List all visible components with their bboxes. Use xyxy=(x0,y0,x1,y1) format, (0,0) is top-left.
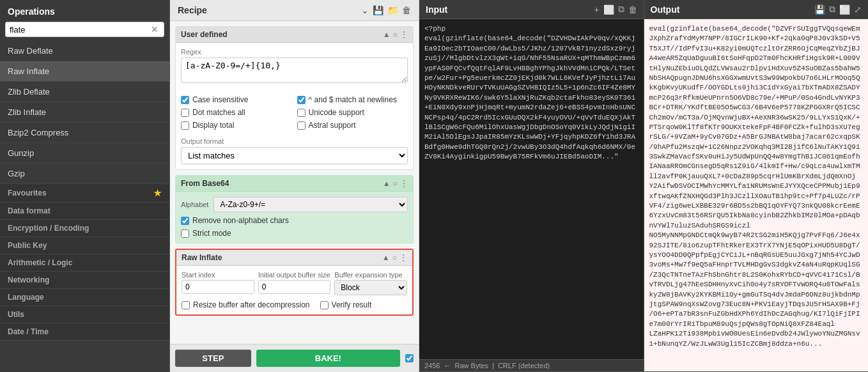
section-arithmetic-logic[interactable]: Arithmetic / Logic xyxy=(0,254,169,272)
operations-panel: Operations ✕ Raw Deflate Raw Inflate Zli… xyxy=(0,0,170,372)
display-total-checkbox[interactable] xyxy=(181,121,189,130)
ops-item-zlib-deflate[interactable]: Zlib Deflate xyxy=(0,82,169,102)
auto-bake-checkbox[interactable] xyxy=(405,354,414,362)
ops-item-gunzip[interactable]: Gunzip xyxy=(0,143,169,164)
user-defined-card: User defined ▲ ○ ⋮ Regex [a-zA-Z0-9=/+]{… xyxy=(175,26,414,170)
input-textarea[interactable]: <?php eval(gzinflate(base64_decode("DZVH… xyxy=(419,19,644,359)
dot-matches-all-checkbox[interactable] xyxy=(181,109,189,117)
recipe-folder-icon[interactable]: 📁 xyxy=(387,5,398,15)
output-copy-icon[interactable]: ⧉ xyxy=(829,4,835,15)
raw-inflate-disable-icon[interactable]: ○ xyxy=(392,253,397,262)
input-raw-bytes-label: Raw Bytes xyxy=(454,362,488,369)
output-expand-icon[interactable]: ⤢ xyxy=(854,4,862,15)
recipe-panel: Recipe ⌄ 💾 📁 🗑 User defined ▲ ○ ⋮ Regex … xyxy=(170,0,419,372)
from-base64-up-icon[interactable]: ▲ xyxy=(383,179,391,188)
opt-caret-dollar: ^ and $ match at newlines xyxy=(297,95,408,104)
output-format-label: Output format xyxy=(181,137,408,145)
input-trash-icon[interactable]: 🗑 xyxy=(628,4,637,15)
from-base64-icons: ▲ ○ ⋮ xyxy=(383,179,408,188)
section-utils[interactable]: Utils xyxy=(0,306,169,323)
unicode-support-checkbox[interactable] xyxy=(297,109,306,117)
from-base64-remove-icon[interactable]: ⋮ xyxy=(400,179,408,188)
caret-dollar-checkbox[interactable] xyxy=(297,96,306,104)
recipe-trash-icon[interactable]: 🗑 xyxy=(402,5,411,15)
user-defined-remove-icon[interactable]: ⋮ xyxy=(400,30,408,39)
strict-mode-row: Strict mode xyxy=(181,229,408,238)
recipe-footer: STEP BAKE! xyxy=(170,344,419,372)
section-language[interactable]: Language xyxy=(0,289,169,306)
ops-item-gzip[interactable]: Gzip xyxy=(0,164,169,184)
unicode-support-label: Unicode support xyxy=(309,108,364,117)
output-buffer-input[interactable] xyxy=(258,280,331,294)
astral-support-checkbox[interactable] xyxy=(297,121,306,130)
opt-case-insensitive: Case insensitive xyxy=(181,95,292,104)
buffer-expansion-select[interactable]: Block xyxy=(334,280,407,295)
step-button[interactable]: STEP xyxy=(175,350,251,367)
output-textarea[interactable]: eval(gzinflate(base64_decode("DZVFrSUIgg… xyxy=(644,19,869,371)
from-base64-disable-icon[interactable]: ○ xyxy=(393,179,398,188)
start-index-label: Start index xyxy=(182,271,254,279)
input-crlf-label: CRLF (detected) xyxy=(498,362,550,369)
resize-buffer-checkbox[interactable] xyxy=(182,301,190,309)
input-plus-icon[interactable]: + xyxy=(594,4,599,15)
recipe-header-icons: ⌄ 💾 📁 🗑 xyxy=(361,5,411,15)
buffer-expansion-label: Buffer expansion type xyxy=(334,271,407,279)
start-index-input[interactable] xyxy=(182,280,254,294)
ops-item-raw-deflate[interactable]: Raw Deflate xyxy=(0,41,169,61)
section-favourites[interactable]: Favourites ★ xyxy=(0,184,169,203)
section-encryption-encoding[interactable]: Encryption / Encoding xyxy=(0,220,169,237)
input-window-icon[interactable]: ⬜ xyxy=(603,4,614,15)
verify-result-checkbox[interactable] xyxy=(320,301,329,309)
remove-non-alpha-row: Remove non-alphabet chars xyxy=(181,216,408,225)
auto-bake-checkbox-wrapper xyxy=(405,350,414,367)
remove-non-alpha-checkbox[interactable] xyxy=(181,217,189,225)
inflate-checks: Resize buffer after decompression Verify… xyxy=(182,300,407,309)
ops-list: Raw Deflate Raw Inflate Zlib Deflate Zli… xyxy=(0,41,169,372)
input-header: Input + ⬜ ⧉ 🗑 xyxy=(419,0,644,19)
section-public-key[interactable]: Public Key xyxy=(0,237,169,254)
options-grid: Case insensitive ^ and $ match at newlin… xyxy=(176,90,413,135)
remove-non-alpha-label: Remove non-alphabet chars xyxy=(192,216,289,225)
alphabet-select[interactable]: A-Za-z0-9+/= xyxy=(213,197,408,212)
raw-inflate-up-icon[interactable]: ▲ xyxy=(382,253,390,262)
user-defined-disable-icon[interactable]: ○ xyxy=(393,30,398,39)
input-footer-arrow: ← xyxy=(444,362,451,369)
user-defined-up-icon[interactable]: ▲ xyxy=(383,30,391,39)
search-input[interactable] xyxy=(10,25,150,35)
input-char-count: 2456 xyxy=(424,362,440,369)
raw-inflate-header: Raw Inflate ▲ ○ ⋮ xyxy=(176,250,412,266)
resize-buffer-row: Resize buffer after decompression xyxy=(182,300,310,309)
section-data-format[interactable]: Data format xyxy=(0,203,169,220)
ops-item-bzip2-compress[interactable]: Bzip2 Compress xyxy=(0,123,169,143)
clear-search-icon[interactable]: ✕ xyxy=(150,24,160,35)
output-window-icon[interactable]: ⬜ xyxy=(839,4,850,15)
regex-label: Regex xyxy=(181,48,408,56)
input-title: Input xyxy=(426,4,590,15)
ops-item-raw-inflate[interactable]: Raw Inflate xyxy=(0,61,169,82)
input-panel: Input + ⬜ ⧉ 🗑 <?php eval(gzinflate(base6… xyxy=(419,0,644,371)
opt-display-total: Display total xyxy=(181,121,292,130)
strict-mode-label: Strict mode xyxy=(192,229,231,238)
input-split-icon[interactable]: ⧉ xyxy=(618,4,624,15)
io-top: Input + ⬜ ⧉ 🗑 <?php eval(gzinflate(base6… xyxy=(419,0,868,372)
bake-button[interactable]: BAKE! xyxy=(256,350,400,367)
dot-matches-all-label: Dot matches all xyxy=(192,108,245,117)
favourites-star-icon: ★ xyxy=(153,188,162,198)
strict-mode-checkbox[interactable] xyxy=(181,229,189,238)
alphabet-row: Alphabet A-Za-z0-9+/= xyxy=(181,197,408,212)
from-base64-title: From Base64 xyxy=(181,179,229,188)
section-date-time[interactable]: Date / Time xyxy=(0,323,169,341)
section-networking[interactable]: Networking xyxy=(0,272,169,289)
input-footer: 2456 ← Raw Bytes | CRLF (detected) xyxy=(419,359,644,371)
recipe-chevron-icon[interactable]: ⌄ xyxy=(361,5,369,15)
raw-inflate-body: Start index Initial output buffer size B… xyxy=(176,266,412,314)
output-save-icon[interactable]: 💾 xyxy=(814,4,825,15)
raw-inflate-remove-icon[interactable]: ⋮ xyxy=(399,253,407,262)
raw-inflate-icons: ▲ ○ ⋮ xyxy=(382,253,407,262)
case-insensitive-label: Case insensitive xyxy=(192,95,248,104)
case-insensitive-checkbox[interactable] xyxy=(181,96,189,104)
ops-item-zlib-inflate[interactable]: Zlib Inflate xyxy=(0,102,169,123)
regex-input[interactable]: [a-zA-Z0-9=/+]{10,} xyxy=(181,58,408,83)
output-format-select[interactable]: List matches xyxy=(181,147,408,164)
recipe-save-icon[interactable]: 💾 xyxy=(373,5,384,15)
